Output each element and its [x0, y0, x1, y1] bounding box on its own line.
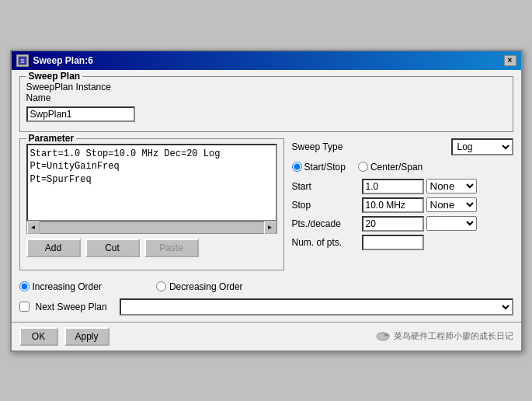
- title-bar-left: S Sweep Plan:6: [16, 54, 93, 67]
- footer-watermark: 菜鸟硬件工程师小廖的成长日记: [375, 330, 513, 343]
- parameter-group: Parameter Start=1.0 Stop=10.0 MHz Dec=20…: [19, 138, 284, 270]
- instance-name-input-row: [26, 106, 506, 122]
- dialog-sweep-plan: S Sweep Plan:6 × Sweep Plan SweepPlan In…: [10, 50, 523, 352]
- dialog-footer: OK Apply 菜鸟硬件工程师小廖的成长日记: [12, 322, 521, 350]
- watermark-text: 菜鸟硬件工程师小廖的成长日记: [394, 330, 513, 342]
- next-sweep-row: Next Sweep Plan: [19, 298, 513, 316]
- param-item-2: Pt=SpurFreq: [30, 173, 273, 187]
- pts-decade-label: Pts./decade: [292, 218, 362, 229]
- close-button[interactable]: ×: [504, 55, 516, 66]
- next-sweep-label: Next Sweep Plan: [36, 302, 107, 312]
- svg-point-3: [384, 333, 388, 336]
- stop-field-label: Stop: [292, 200, 362, 211]
- footer-buttons: OK Apply: [19, 327, 110, 346]
- svg-point-2: [377, 333, 389, 340]
- instance-name-input[interactable]: [26, 106, 135, 122]
- param-btn-row: Add Cut Paste: [26, 239, 277, 257]
- param-item-1: Pt=UnityGainFreq: [30, 160, 273, 173]
- center-span-radio[interactable]: [358, 162, 368, 172]
- increasing-order-label[interactable]: Increasing Order: [19, 281, 102, 292]
- pts-decade-input[interactable]: [362, 216, 424, 232]
- paste-button[interactable]: Paste: [144, 239, 199, 257]
- sweep-type-row: Sweep Type Log Linear Single point: [292, 138, 513, 155]
- main-content: Parameter Start=1.0 Stop=10.0 MHz Dec=20…: [19, 138, 513, 270]
- scroll-right-arrow[interactable]: ►: [264, 221, 276, 234]
- parameter-group-label: Parameter: [26, 133, 77, 144]
- increasing-order-radio[interactable]: [19, 281, 30, 291]
- pts-decade-row: Pts./decade: [292, 216, 513, 232]
- center-span-radio-label[interactable]: Center/Span: [358, 162, 422, 173]
- dialog-title: Sweep Plan:6: [33, 55, 93, 66]
- sweep-type-label: Sweep Type: [292, 141, 343, 152]
- next-sweep-select[interactable]: [120, 298, 513, 316]
- app-icon: S: [16, 54, 29, 67]
- dialog-body: Sweep Plan SweepPlan Instance Name Param…: [12, 70, 521, 322]
- center-span-label: Center/Span: [370, 162, 422, 173]
- apply-button[interactable]: Apply: [64, 327, 110, 346]
- order-row: Increasing Order Decreasing Order: [19, 277, 513, 292]
- next-sweep-checkbox[interactable]: [19, 302, 30, 312]
- right-panel: Sweep Type Log Linear Single point Start…: [292, 138, 513, 270]
- param-hscrollbar[interactable]: ◄ ►: [26, 221, 277, 234]
- ok-button[interactable]: OK: [19, 327, 58, 346]
- stop-input[interactable]: [362, 197, 424, 213]
- instance-name-label: SweepPlan Instance Name: [26, 82, 127, 103]
- start-stop-radio[interactable]: [292, 162, 302, 172]
- scroll-track[interactable]: [40, 222, 264, 233]
- add-button[interactable]: Add: [26, 239, 81, 257]
- left-panel: Parameter Start=1.0 Stop=10.0 MHz Dec=20…: [19, 138, 284, 270]
- decreasing-order-text: Decreasing Order: [169, 281, 243, 292]
- sweep-plan-group-label: Sweep Plan: [26, 71, 83, 82]
- stop-row: Stop None Hz KHz MHz GHz: [292, 197, 513, 213]
- svg-text:S: S: [20, 58, 24, 65]
- instance-name-row: SweepPlan Instance Name: [26, 82, 506, 103]
- mode-radio-row: Start/Stop Center/Span: [292, 162, 513, 173]
- bird-icon: [375, 330, 391, 343]
- start-unit-select[interactable]: None Hz KHz MHz GHz: [426, 179, 477, 194]
- cut-button[interactable]: Cut: [85, 239, 140, 257]
- pts-decade-unit-select[interactable]: [426, 216, 477, 231]
- decreasing-order-label[interactable]: Decreasing Order: [156, 281, 243, 292]
- num-pts-label: Num. of pts.: [292, 237, 362, 248]
- start-row: Start None Hz KHz MHz GHz: [292, 179, 513, 194]
- start-stop-radio-label[interactable]: Start/Stop: [292, 162, 346, 173]
- parameter-list[interactable]: Start=1.0 Stop=10.0 MHz Dec=20 Log Pt=Un…: [26, 144, 277, 221]
- scroll-left-arrow[interactable]: ◄: [27, 221, 40, 234]
- num-pts-input[interactable]: [362, 235, 424, 250]
- title-bar: S Sweep Plan:6 ×: [12, 51, 521, 70]
- start-stop-label: Start/Stop: [304, 162, 346, 173]
- start-field-label: Start: [292, 181, 362, 192]
- sweep-plan-group: Sweep Plan SweepPlan Instance Name: [19, 76, 513, 132]
- start-input[interactable]: [362, 179, 424, 194]
- num-pts-row: Num. of pts.: [292, 235, 513, 250]
- decreasing-order-radio[interactable]: [156, 281, 166, 291]
- stop-unit-select[interactable]: None Hz KHz MHz GHz: [426, 197, 477, 212]
- sweep-type-select[interactable]: Log Linear Single point: [451, 138, 513, 155]
- param-item-0: Start=1.0 Stop=10.0 MHz Dec=20 Log: [30, 148, 273, 161]
- increasing-order-text: Increasing Order: [33, 281, 102, 292]
